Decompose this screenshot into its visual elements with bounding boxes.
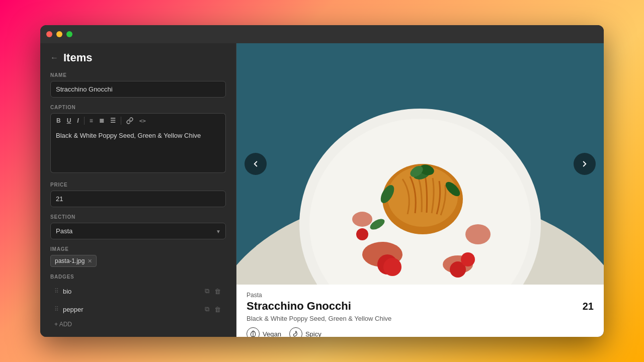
spicy-icon [289, 327, 302, 337]
panel-header: ← Items [40, 43, 236, 72]
preview-item-row: Stracchino Gnocchi 21 [247, 300, 594, 313]
add-badge-button[interactable]: + ADD [50, 318, 76, 331]
drag-icon: ⠿ [54, 288, 59, 295]
badge-copy-button-bio[interactable]: ⧉ [204, 286, 210, 296]
image-tag[interactable]: pasta-1.jpg ✕ [50, 255, 97, 267]
badge-vegan: Vegan [247, 327, 281, 337]
back-button[interactable]: ← [50, 53, 58, 62]
underline-button[interactable]: U [64, 116, 74, 126]
minimize-dot[interactable] [56, 31, 62, 37]
align-button[interactable]: ☰ [108, 116, 118, 126]
fullscreen-dot[interactable] [66, 31, 72, 37]
preview-badges: Vegan Spicy [247, 327, 594, 337]
section-label: SECTION [50, 214, 226, 220]
toolbar-divider-2 [121, 117, 121, 125]
right-panel: Pasta Stracchino Gnocchi 21 Black & Whit… [236, 43, 604, 337]
nav-prev-button[interactable] [245, 153, 267, 175]
badges-label: BADGES [50, 274, 226, 280]
toolbar-divider-1 [84, 117, 85, 125]
preview-item-name: Stracchino Gnocchi [247, 300, 351, 313]
svg-point-9 [383, 258, 401, 276]
price-input[interactable] [50, 191, 226, 207]
preview-item-price: 21 [583, 301, 594, 312]
caption-input[interactable]: Black & White Poppy Seed, Green & Yellow… [50, 128, 226, 173]
badges-list: ⠿ bio ⧉ 🗑 ⠿ pepper ⧉ 🗑 [50, 283, 226, 318]
svg-point-7 [352, 212, 372, 227]
badge-delete-button-bio[interactable]: 🗑 [213, 287, 222, 296]
bold-button[interactable]: B [54, 116, 63, 126]
badge-name-pepper: pepper [63, 306, 200, 313]
badge-copy-button-pepper[interactable]: ⧉ [204, 304, 210, 314]
unordered-list-button[interactable]: ≡ [87, 116, 96, 126]
price-label: PRICE [50, 182, 226, 188]
italic-button[interactable]: I [74, 116, 81, 126]
badge-item-pepper[interactable]: ⠿ pepper ⧉ 🗑 [50, 301, 226, 318]
name-label: NAME [50, 72, 226, 78]
code-button[interactable]: <> [137, 116, 148, 126]
window-body: ← Items NAME CAPTION B U I ≡ ≣ ☰ [40, 43, 604, 337]
badge-spicy: Spicy [289, 327, 321, 337]
svg-point-11 [461, 252, 475, 266]
ordered-list-button[interactable]: ≣ [97, 116, 107, 126]
preview-image-container [236, 43, 604, 285]
vegan-label: Vegan [263, 330, 281, 337]
badges-section: BADGES ⠿ bio ⧉ 🗑 ⠿ pepper ⧉ [40, 274, 236, 337]
page-title: Items [63, 51, 92, 64]
image-filename: pasta-1.jpg [55, 257, 85, 264]
badge-actions-pepper: ⧉ 🗑 [204, 304, 222, 314]
caption-section: CAPTION B U I ≡ ≣ ☰ < [40, 105, 236, 182]
drag-icon: ⠿ [54, 306, 59, 313]
link-button[interactable] [124, 116, 136, 126]
preview-card: Pasta Stracchino Gnocchi 21 Black & Whit… [236, 285, 604, 337]
image-label: IMAGE [50, 246, 226, 252]
image-section: IMAGE pasta-1.jpg ✕ [40, 246, 236, 274]
food-image [236, 43, 604, 285]
svg-point-12 [356, 228, 368, 240]
price-section: PRICE [40, 182, 236, 214]
nav-next-button[interactable] [574, 153, 596, 175]
caption-label: CAPTION [50, 105, 226, 110]
titlebar [40, 25, 604, 43]
vegan-icon [247, 327, 260, 337]
name-section: NAME [40, 72, 236, 105]
left-panel: ← Items NAME CAPTION B U I ≡ ≣ ☰ [40, 43, 236, 337]
badge-delete-button-pepper[interactable]: 🗑 [213, 305, 222, 314]
preview-caption: Black & White Poppy Seed, Green & Yellow… [247, 315, 594, 322]
section-select-wrapper: Pasta Appetizers Desserts Drinks ▼ [50, 223, 226, 239]
section-section: SECTION Pasta Appetizers Desserts Drinks… [40, 214, 236, 246]
close-dot[interactable] [46, 31, 52, 37]
caption-toolbar: B U I ≡ ≣ ☰ <> [50, 113, 226, 128]
badge-item-bio[interactable]: ⠿ bio ⧉ 🗑 [50, 283, 226, 300]
badge-name-bio: bio [63, 288, 200, 295]
svg-point-6 [465, 224, 491, 244]
spicy-label: Spicy [305, 330, 321, 337]
tag-close-icon[interactable]: ✕ [88, 258, 92, 264]
badge-actions-bio: ⧉ 🗑 [204, 286, 222, 296]
name-input[interactable] [50, 81, 226, 98]
preview-section-label: Pasta [247, 292, 594, 299]
app-window: ← Items NAME CAPTION B U I ≡ ≣ ☰ [40, 25, 604, 337]
section-select[interactable]: Pasta Appetizers Desserts Drinks [50, 223, 226, 239]
